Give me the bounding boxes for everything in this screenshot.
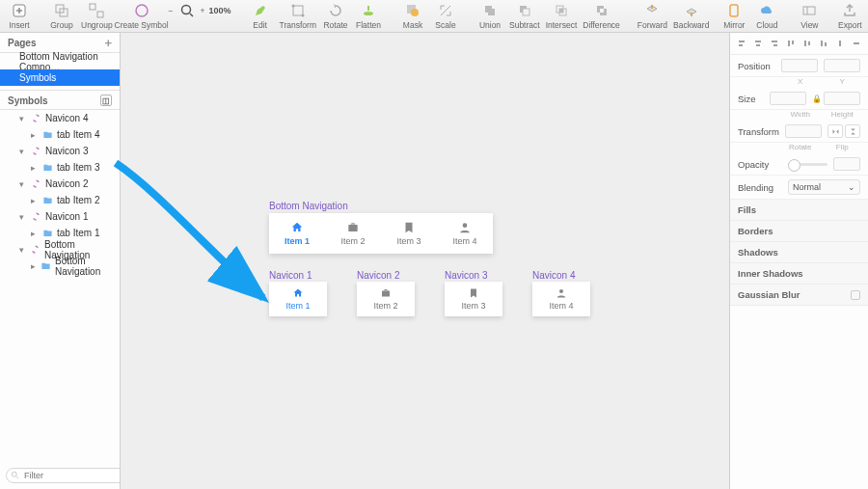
svg-rect-3 — [90, 4, 95, 10]
svg-point-8 — [301, 14, 304, 17]
align-hcenter-button[interactable] — [752, 37, 765, 50]
nav-item-3[interactable]: Item 3 — [381, 213, 437, 254]
backward-button[interactable]: Backward — [673, 2, 709, 30]
disclosure-triangle[interactable] — [31, 130, 39, 140]
disclosure-triangle[interactable] — [31, 196, 39, 205]
difference-button[interactable]: Difference — [583, 2, 620, 30]
flip-v-button[interactable] — [845, 124, 860, 138]
width-field[interactable] — [770, 92, 806, 105]
symbol-row[interactable]: Navicon 3 — [0, 143, 120, 159]
symbol-row[interactable]: Navicon 1 — [0, 208, 120, 225]
borders-section[interactable]: Borders — [730, 221, 868, 242]
subtract-button[interactable]: Subtract — [509, 2, 540, 30]
distribute-h-button[interactable] — [833, 37, 846, 50]
nav-item-4[interactable]: Item 4 — [437, 213, 493, 254]
gaussian-blur-section[interactable]: Gaussian Blur — [730, 285, 868, 306]
row-label: Navicon 3 — [45, 146, 88, 156]
edit-button[interactable]: Edit — [247, 2, 274, 30]
zoom-level[interactable]: 100% — [209, 6, 231, 15]
disclosure-triangle[interactable] — [19, 245, 26, 255]
forward-button[interactable]: Forward — [637, 2, 667, 30]
artboard-label[interactable]: Navicon 2 — [357, 270, 399, 281]
rotate-field[interactable] — [785, 124, 822, 138]
navicon-3-artboard[interactable]: Item 3 — [445, 282, 502, 316]
scale-button[interactable]: Scale — [432, 2, 459, 30]
artboard-label[interactable]: Navicon 4 — [532, 270, 575, 281]
navicon-4-artboard[interactable]: Item 4 — [532, 282, 590, 316]
opacity-field[interactable] — [833, 157, 860, 171]
insert-button[interactable]: Insert — [6, 2, 33, 30]
height-field[interactable] — [824, 92, 860, 105]
mini-label: Item 3 — [461, 301, 485, 311]
opacity-slider[interactable] — [788, 163, 827, 166]
disclosure-triangle[interactable] — [19, 212, 27, 222]
left-sidebar: Pages + Bottom Navigation Compo… Symbols… — [0, 33, 120, 489]
blend-mode-select[interactable]: Normal⌄ — [788, 179, 860, 195]
navicon-1-artboard[interactable]: Item 1 — [269, 282, 327, 316]
add-page-button[interactable]: + — [104, 37, 112, 49]
folder-row[interactable]: Bottom Navigation — [0, 258, 120, 274]
disclosure-triangle[interactable] — [19, 147, 27, 156]
nav-item-2[interactable]: Item 2 — [325, 213, 381, 254]
row-label: tab Item 4 — [57, 129, 99, 140]
shadows-section[interactable]: Shadows — [730, 242, 868, 263]
bottom-navigation-artboard[interactable]: Item 1 Item 2 Item 3 Item 4 — [269, 213, 493, 254]
blur-checkbox[interactable] — [851, 290, 860, 300]
inspector: Position XY Size🔒 WidthHeight Transform … — [730, 33, 868, 489]
mirror-button[interactable]: Mirror — [720, 2, 747, 30]
svg-rect-6 — [293, 6, 303, 15]
svg-rect-17 — [803, 7, 815, 14]
y-field[interactable] — [824, 59, 860, 72]
disclosure-triangle[interactable] — [31, 261, 37, 271]
union-button[interactable]: Union — [476, 2, 503, 30]
symbols-view-toggle[interactable]: ◫ — [100, 95, 112, 106]
rotate-button[interactable]: Rotate — [322, 2, 349, 30]
artboard-label[interactable]: Bottom Navigation — [269, 201, 348, 211]
intersect-button[interactable]: Intersect — [546, 2, 578, 30]
transform-button[interactable]: Transform — [280, 2, 316, 30]
flatten-button[interactable]: Flatten — [355, 2, 382, 30]
fills-section[interactable]: Fills — [730, 200, 868, 221]
mask-button[interactable]: Mask — [399, 2, 426, 30]
inner-shadows-section[interactable]: Inner Shadows — [730, 263, 868, 285]
align-bottom-button[interactable] — [817, 37, 829, 50]
align-vcenter-button[interactable] — [801, 37, 814, 50]
disclosure-triangle[interactable] — [19, 114, 27, 123]
disclosure-triangle[interactable] — [31, 229, 39, 238]
page-row[interactable]: Bottom Navigation Compo… — [0, 53, 120, 69]
lock-icon[interactable]: 🔒 — [812, 95, 818, 103]
svg-rect-4 — [97, 12, 103, 17]
folder-row[interactable]: tab Item 4 — [0, 126, 120, 143]
symbol-row[interactable]: Navicon 2 — [0, 176, 120, 192]
page-row-selected[interactable]: Symbols — [0, 69, 120, 86]
export-button[interactable]: Export — [836, 2, 863, 30]
flip-h-button[interactable] — [827, 124, 843, 138]
align-right-button[interactable] — [769, 37, 781, 50]
view-button[interactable]: View — [796, 2, 823, 30]
cloud-button[interactable]: Cloud — [753, 2, 780, 30]
group-button[interactable]: Group — [48, 2, 75, 30]
distribute-v-button[interactable] — [850, 37, 862, 50]
disclosure-triangle[interactable] — [19, 179, 27, 189]
bookmark-icon — [468, 287, 479, 299]
navicon-2-artboard[interactable]: Item 2 — [357, 282, 415, 316]
folder-icon — [42, 228, 53, 238]
folder-row[interactable]: tab Item 3 — [0, 159, 120, 176]
folder-row[interactable]: tab Item 2 — [0, 192, 120, 208]
artboard-label[interactable]: Navicon 3 — [445, 270, 487, 281]
row-label: tab Item 2 — [57, 195, 99, 205]
symbol-row[interactable]: Navicon 4 — [0, 110, 120, 126]
person-icon — [556, 287, 567, 299]
nav-item-1[interactable]: Item 1 — [269, 213, 325, 254]
ungroup-button[interactable]: Ungroup — [81, 2, 113, 30]
disclosure-triangle[interactable] — [31, 163, 39, 173]
canvas[interactable]: Bottom Navigation Item 1 Item 2 Item 3 I… — [120, 33, 730, 489]
align-top-button[interactable] — [785, 37, 798, 50]
symbol-tree: Navicon 4tab Item 4Navicon 3tab Item 3Na… — [0, 110, 120, 274]
create-symbol-button[interactable]: Create Symbol — [128, 2, 155, 30]
x-field[interactable] — [781, 59, 818, 72]
search-icon — [11, 471, 20, 480]
artboard-label[interactable]: Navicon 1 — [269, 270, 312, 281]
align-left-button[interactable] — [736, 37, 748, 50]
zoom-icon[interactable] — [177, 2, 197, 19]
